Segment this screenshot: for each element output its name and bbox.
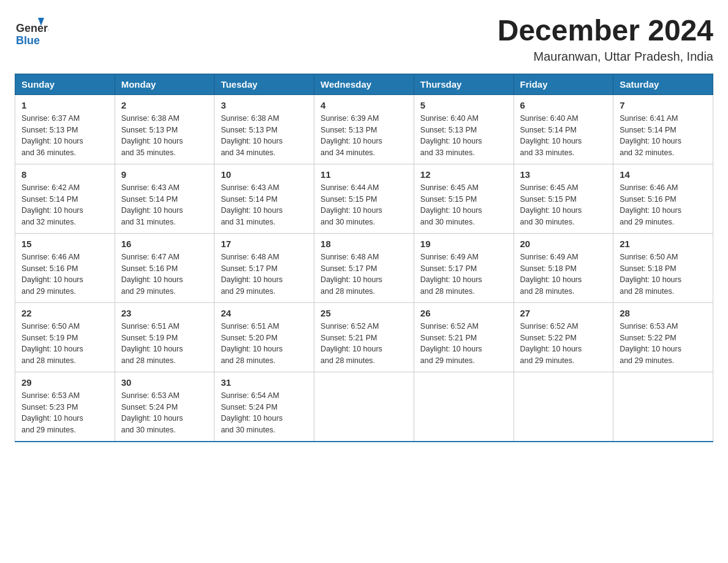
col-header-sunday: Sunday: [15, 74, 115, 94]
day-info: Sunrise: 6:51 AMSunset: 5:20 PMDaylight:…: [221, 321, 308, 367]
day-number: 9: [121, 169, 208, 180]
calendar-table: SundayMondayTuesdayWednesdayThursdayFrid…: [15, 74, 713, 442]
col-header-saturday: Saturday: [613, 74, 713, 94]
calendar-week-row: 1Sunrise: 6:37 AMSunset: 5:13 PMDaylight…: [15, 94, 713, 164]
day-info: Sunrise: 6:50 AMSunset: 5:18 PMDaylight:…: [620, 251, 707, 297]
calendar-cell: 15Sunrise: 6:46 AMSunset: 5:16 PMDayligh…: [15, 233, 115, 302]
calendar-cell: 28Sunrise: 6:53 AMSunset: 5:22 PMDayligh…: [613, 302, 713, 372]
day-info: Sunrise: 6:46 AMSunset: 5:16 PMDaylight:…: [620, 182, 707, 228]
calendar-week-row: 22Sunrise: 6:50 AMSunset: 5:19 PMDayligh…: [15, 302, 713, 372]
day-info: Sunrise: 6:44 AMSunset: 5:15 PMDaylight:…: [320, 182, 408, 228]
day-info: Sunrise: 6:50 AMSunset: 5:19 PMDaylight:…: [21, 321, 108, 367]
day-info: Sunrise: 6:51 AMSunset: 5:19 PMDaylight:…: [121, 321, 208, 367]
calendar-week-row: 29Sunrise: 6:53 AMSunset: 5:23 PMDayligh…: [15, 372, 713, 442]
day-info: Sunrise: 6:38 AMSunset: 5:13 PMDaylight:…: [221, 113, 308, 159]
day-number: 6: [520, 100, 607, 110]
day-info: Sunrise: 6:52 AMSunset: 5:22 PMDaylight:…: [520, 321, 607, 367]
logo: General Blue: [15, 15, 48, 48]
calendar-cell: 27Sunrise: 6:52 AMSunset: 5:22 PMDayligh…: [514, 302, 613, 372]
main-title: December 2024: [498, 15, 713, 47]
calendar-cell: 1Sunrise: 6:37 AMSunset: 5:13 PMDaylight…: [15, 94, 115, 164]
day-number: 11: [320, 169, 408, 180]
day-info: Sunrise: 6:46 AMSunset: 5:16 PMDaylight:…: [21, 251, 108, 297]
day-info: Sunrise: 6:54 AMSunset: 5:24 PMDaylight:…: [221, 390, 308, 436]
calendar-cell: 7Sunrise: 6:41 AMSunset: 5:14 PMDaylight…: [613, 94, 713, 164]
calendar-cell: 12Sunrise: 6:45 AMSunset: 5:15 PMDayligh…: [414, 164, 514, 233]
calendar-cell: 29Sunrise: 6:53 AMSunset: 5:23 PMDayligh…: [15, 372, 115, 442]
calendar-cell: 17Sunrise: 6:48 AMSunset: 5:17 PMDayligh…: [214, 233, 314, 302]
day-info: Sunrise: 6:49 AMSunset: 5:17 PMDaylight:…: [420, 251, 507, 297]
day-info: Sunrise: 6:49 AMSunset: 5:18 PMDaylight:…: [520, 251, 607, 297]
col-header-wednesday: Wednesday: [314, 74, 414, 94]
day-number: 30: [121, 377, 208, 388]
day-number: 8: [21, 169, 108, 180]
day-number: 4: [320, 100, 408, 110]
col-header-tuesday: Tuesday: [214, 74, 314, 94]
day-info: Sunrise: 6:53 AMSunset: 5:22 PMDaylight:…: [620, 321, 707, 367]
day-number: 2: [121, 100, 208, 110]
calendar-cell: 16Sunrise: 6:47 AMSunset: 5:16 PMDayligh…: [115, 233, 214, 302]
day-info: Sunrise: 6:48 AMSunset: 5:17 PMDaylight:…: [221, 251, 308, 297]
day-number: 18: [320, 239, 408, 249]
day-info: Sunrise: 6:52 AMSunset: 5:21 PMDaylight:…: [320, 321, 408, 367]
day-info: Sunrise: 6:52 AMSunset: 5:21 PMDaylight:…: [420, 321, 507, 367]
day-number: 31: [221, 377, 308, 388]
day-number: 27: [520, 308, 607, 318]
day-info: Sunrise: 6:45 AMSunset: 5:15 PMDaylight:…: [420, 182, 507, 228]
day-number: 3: [221, 100, 308, 110]
day-number: 17: [221, 239, 308, 249]
calendar-cell: 13Sunrise: 6:45 AMSunset: 5:15 PMDayligh…: [514, 164, 613, 233]
svg-text:Blue: Blue: [16, 34, 40, 47]
col-header-monday: Monday: [115, 74, 214, 94]
page-header: General Blue December 2024 Mauranwan, Ut…: [15, 15, 713, 64]
calendar-cell: 26Sunrise: 6:52 AMSunset: 5:21 PMDayligh…: [414, 302, 514, 372]
day-info: Sunrise: 6:41 AMSunset: 5:14 PMDaylight:…: [620, 113, 707, 159]
calendar-cell: 10Sunrise: 6:43 AMSunset: 5:14 PMDayligh…: [214, 164, 314, 233]
day-info: Sunrise: 6:45 AMSunset: 5:15 PMDaylight:…: [520, 182, 607, 228]
day-number: 12: [420, 169, 507, 180]
col-header-thursday: Thursday: [414, 74, 514, 94]
day-info: Sunrise: 6:48 AMSunset: 5:17 PMDaylight:…: [320, 251, 408, 297]
calendar-cell: 23Sunrise: 6:51 AMSunset: 5:19 PMDayligh…: [115, 302, 214, 372]
calendar-cell: 20Sunrise: 6:49 AMSunset: 5:18 PMDayligh…: [514, 233, 613, 302]
day-number: 14: [620, 169, 707, 180]
day-number: 22: [21, 308, 108, 318]
calendar-cell: 22Sunrise: 6:50 AMSunset: 5:19 PMDayligh…: [15, 302, 115, 372]
day-info: Sunrise: 6:38 AMSunset: 5:13 PMDaylight:…: [121, 113, 208, 159]
day-number: 23: [121, 308, 208, 318]
calendar-week-row: 15Sunrise: 6:46 AMSunset: 5:16 PMDayligh…: [15, 233, 713, 302]
title-area: December 2024 Mauranwan, Uttar Pradesh, …: [498, 15, 713, 64]
calendar-cell: [514, 372, 613, 442]
calendar-cell: 19Sunrise: 6:49 AMSunset: 5:17 PMDayligh…: [414, 233, 514, 302]
day-info: Sunrise: 6:40 AMSunset: 5:14 PMDaylight:…: [520, 113, 607, 159]
day-number: 13: [520, 169, 607, 180]
day-info: Sunrise: 6:37 AMSunset: 5:13 PMDaylight:…: [21, 113, 108, 159]
day-number: 7: [620, 100, 707, 110]
calendar-cell: 30Sunrise: 6:53 AMSunset: 5:24 PMDayligh…: [115, 372, 214, 442]
calendar-cell: 8Sunrise: 6:42 AMSunset: 5:14 PMDaylight…: [15, 164, 115, 233]
day-info: Sunrise: 6:39 AMSunset: 5:13 PMDaylight:…: [320, 113, 408, 159]
logo-icon: General Blue: [15, 15, 48, 48]
day-number: 15: [21, 239, 108, 249]
svg-text:General: General: [16, 22, 48, 34]
calendar-cell: 11Sunrise: 6:44 AMSunset: 5:15 PMDayligh…: [314, 164, 414, 233]
day-info: Sunrise: 6:47 AMSunset: 5:16 PMDaylight:…: [121, 251, 208, 297]
day-info: Sunrise: 6:43 AMSunset: 5:14 PMDaylight:…: [121, 182, 208, 228]
day-number: 19: [420, 239, 507, 249]
col-header-friday: Friday: [514, 74, 613, 94]
calendar-header-row: SundayMondayTuesdayWednesdayThursdayFrid…: [15, 74, 713, 94]
calendar-cell: 9Sunrise: 6:43 AMSunset: 5:14 PMDaylight…: [115, 164, 214, 233]
calendar-cell: [314, 372, 414, 442]
day-number: 10: [221, 169, 308, 180]
calendar-cell: 5Sunrise: 6:40 AMSunset: 5:13 PMDaylight…: [414, 94, 514, 164]
day-number: 29: [21, 377, 108, 388]
calendar-cell: 14Sunrise: 6:46 AMSunset: 5:16 PMDayligh…: [613, 164, 713, 233]
calendar-cell: [613, 372, 713, 442]
calendar-cell: 18Sunrise: 6:48 AMSunset: 5:17 PMDayligh…: [314, 233, 414, 302]
day-number: 26: [420, 308, 507, 318]
calendar-week-row: 8Sunrise: 6:42 AMSunset: 5:14 PMDaylight…: [15, 164, 713, 233]
day-number: 20: [520, 239, 607, 249]
calendar-cell: 31Sunrise: 6:54 AMSunset: 5:24 PMDayligh…: [214, 372, 314, 442]
day-number: 21: [620, 239, 707, 249]
day-info: Sunrise: 6:53 AMSunset: 5:24 PMDaylight:…: [121, 390, 208, 436]
